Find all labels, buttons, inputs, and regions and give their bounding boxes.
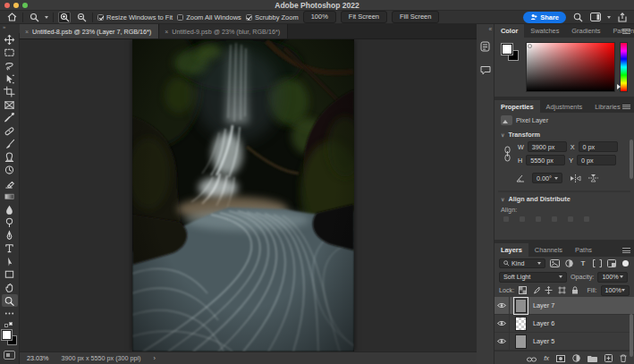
foreground-color-swatch[interactable]	[502, 44, 512, 55]
tool-lasso[interactable]	[2, 59, 18, 72]
zoom-100-button[interactable]: 100%	[303, 11, 336, 23]
tool-preset-chevron-icon[interactable]	[45, 16, 48, 19]
add-layer-mask-icon[interactable]	[556, 350, 565, 364]
hue-slider-marker[interactable]	[617, 84, 621, 89]
comments-panel-icon[interactable]	[480, 63, 491, 79]
tab-libraries[interactable]: Libraries	[588, 100, 626, 114]
layer-thumbnail[interactable]	[515, 317, 527, 331]
tool-crop[interactable]	[2, 85, 18, 98]
search-icon[interactable]	[571, 12, 584, 23]
toolbar-collapse-chevron[interactable]: »	[0, 24, 20, 33]
filter-type-layers-icon[interactable]: T	[578, 259, 588, 267]
delete-layer-trash-icon[interactable]	[620, 350, 627, 364]
tab-properties[interactable]: Properties	[495, 100, 540, 114]
zoom-level-field[interactable]: 23.03%	[27, 354, 48, 362]
foreground-background-swatches[interactable]	[2, 330, 17, 345]
panel-menu-icon[interactable]	[622, 29, 630, 34]
share-button[interactable]: Share	[523, 12, 566, 23]
tab-gradients[interactable]: Gradients	[565, 24, 606, 38]
hue-slider[interactable]	[620, 42, 628, 92]
export-share-icon[interactable]	[616, 12, 629, 23]
layer-row-5[interactable]: Layer 5	[495, 333, 634, 351]
panel-menu-icon[interactable]	[622, 105, 630, 110]
scrubby-zoom-checkbox[interactable]: Scrubby Zoom	[246, 13, 299, 21]
canvas-area[interactable]	[20, 39, 477, 351]
tool-ellipsis[interactable]	[2, 307, 18, 320]
learn-panel-icon[interactable]	[480, 39, 490, 55]
tool-path-selection[interactable]	[2, 255, 18, 268]
new-group-folder-icon[interactable]	[588, 350, 597, 364]
y-field[interactable]: 0 px	[577, 155, 616, 165]
layer-thumbnail[interactable]	[515, 334, 527, 349]
transform-section-header[interactable]: ∨Transform	[495, 128, 634, 140]
blend-mode-dropdown[interactable]: Soft Light	[499, 272, 567, 283]
tab-color[interactable]: Color	[495, 24, 524, 38]
panel-menu-icon[interactable]	[622, 248, 630, 253]
tool-object-selection[interactable]	[2, 72, 18, 86]
layer-row-7[interactable]: Layer 7	[495, 297, 634, 315]
align-section-header[interactable]: ∨Align and Distribute	[495, 192, 634, 205]
rotation-angle-field[interactable]: 0.00°	[532, 173, 562, 183]
fill-screen-button[interactable]: Fill Screen	[392, 11, 439, 23]
saturation-brightness-picker[interactable]	[526, 42, 615, 92]
lock-position-icon[interactable]	[544, 286, 554, 294]
tab-paths[interactable]: Paths	[569, 243, 598, 257]
x-field[interactable]: 0 px	[579, 141, 618, 152]
lock-artboard-icon[interactable]	[557, 286, 567, 294]
tool-clone-stamp[interactable]	[2, 150, 18, 164]
layers-scrollbar[interactable]	[630, 314, 633, 357]
tool-history-brush[interactable]	[2, 164, 18, 177]
visibility-eye-icon[interactable]	[495, 297, 510, 314]
visibility-eye-icon[interactable]	[495, 333, 510, 350]
width-field[interactable]: 3900 px	[528, 141, 567, 152]
layer-thumbnail[interactable]	[515, 299, 527, 313]
foreground-color-swatch[interactable]	[2, 330, 12, 340]
filter-toggle[interactable]	[622, 260, 629, 267]
layer-name[interactable]: Layer 6	[533, 319, 554, 327]
tool-hand[interactable]	[2, 281, 18, 294]
tab-layers[interactable]: Layers	[495, 243, 528, 257]
tool-type[interactable]	[2, 242, 18, 256]
tab-adjustments[interactable]: Adjustments	[540, 100, 589, 114]
tab-swatches[interactable]: Swatches	[524, 24, 565, 38]
layer-name[interactable]: Layer 7	[533, 301, 554, 309]
filter-pixel-layers-icon[interactable]	[549, 259, 560, 267]
filter-kind-dropdown[interactable]: Kind	[499, 258, 545, 268]
close-tab-icon[interactable]: ×	[165, 29, 168, 35]
fill-dropdown[interactable]: 100%	[601, 285, 630, 296]
zoom-out-button[interactable]	[75, 12, 88, 23]
height-field[interactable]: 5550 px	[526, 155, 565, 165]
filter-smart-objects-icon[interactable]	[606, 259, 617, 267]
tool-rectangle[interactable]	[2, 268, 18, 282]
document-tab-untitled-8[interactable]: × Untitled-8.psb @ 23% (Layer 7, RGB/16*…	[20, 24, 159, 38]
filter-shape-layers-icon[interactable]	[592, 259, 603, 267]
tool-eraser[interactable]	[2, 177, 18, 190]
flip-horizontal-icon[interactable]	[570, 170, 581, 186]
layer-row-6[interactable]: Layer 6	[495, 315, 634, 333]
color-picker-cursor[interactable]	[528, 44, 532, 48]
zoom-tool-preset-icon[interactable]	[28, 12, 40, 23]
tool-blur[interactable]	[2, 203, 18, 216]
lock-all-icon[interactable]	[571, 286, 580, 294]
document-tab-untitled-9[interactable]: × Untitled-9.psb @ 23% (blur, RGB/16*)	[159, 24, 288, 38]
tool-zoom[interactable]	[2, 294, 18, 308]
tool-eyedropper[interactable]	[2, 112, 18, 125]
layer-name[interactable]: Layer 5	[533, 337, 554, 345]
tool-dodge[interactable]	[2, 216, 18, 229]
properties-scrollbar[interactable]	[630, 140, 633, 179]
close-tab-icon[interactable]: ×	[25, 29, 29, 35]
status-chevron-icon[interactable]: ›	[154, 354, 156, 362]
flip-vertical-icon[interactable]	[588, 170, 598, 186]
layer-styles-fx-icon[interactable]: fx	[544, 354, 549, 362]
tool-pen[interactable]	[2, 229, 18, 242]
lock-transparency-icon[interactable]	[518, 286, 528, 294]
resize-windows-to-fit-checkbox[interactable]: Resize Windows to Fit	[97, 13, 173, 21]
document-canvas[interactable]	[132, 39, 354, 351]
new-layer-icon[interactable]	[604, 350, 613, 364]
tool-move[interactable]	[2, 33, 18, 47]
expand-panels-chevron[interactable]: «	[488, 26, 492, 32]
opacity-dropdown[interactable]: 100%	[597, 272, 628, 283]
link-layers-icon[interactable]	[527, 350, 537, 364]
zoom-in-button[interactable]	[58, 12, 71, 23]
fit-screen-button[interactable]: Fit Screen	[341, 11, 387, 23]
